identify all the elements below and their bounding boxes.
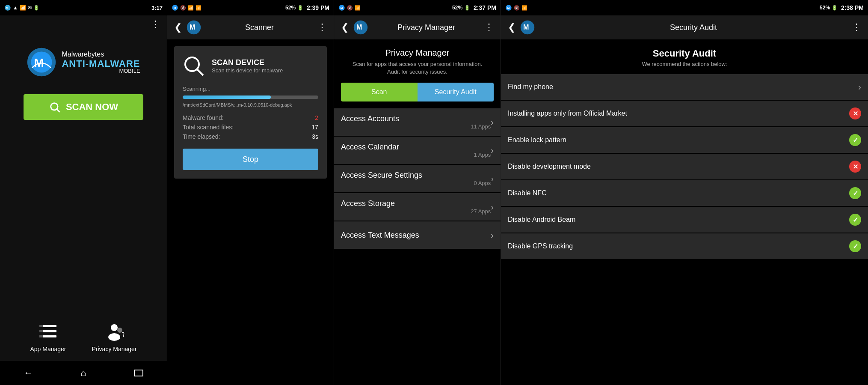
list-item-access-secure-settings[interactable]: Access Secure Settings 0 Apps › (334, 165, 501, 192)
app-bar-3: ❮ M Privacy Manager ⋮ (334, 15, 501, 39)
total-label: Total scanned files: (183, 124, 234, 131)
privacy-title: Privacy Manager (341, 48, 494, 58)
home-button-1[interactable]: ⌂ (80, 367, 86, 379)
time-display-3: 2:37 PM (474, 4, 496, 11)
scan-card-header: SCAN DEVICE Scan this device for malware (183, 55, 318, 77)
audit-item-android-beam[interactable]: Disable Android Beam ✓ (501, 207, 868, 233)
status-right-3: 52% 🔋 2:37 PM (452, 4, 496, 11)
battery-icon-2: 🔋 (297, 5, 303, 11)
panel-scanner: M 🔇 📶 📶 52% 🔋 2:39 PM ❮ M Scanner ⋮ (167, 0, 334, 385)
audit-subtitle: We recommend the actions below: (508, 61, 861, 67)
tab-scan[interactable]: Scan (341, 83, 418, 101)
access-secure-settings-label: Access Secure Settings (341, 171, 491, 180)
stop-button[interactable]: Stop (183, 149, 318, 170)
status-time-1: 3:17 (151, 5, 163, 11)
access-calendar-count: 1 Apps (341, 152, 491, 158)
menu-dots-2[interactable]: ⋮ (317, 22, 327, 33)
android-beam-status-icon: ✓ (849, 214, 861, 226)
wifi-icon-2: 📶 (188, 5, 194, 11)
menu-dots-1[interactable]: ⋮ (151, 19, 160, 30)
time-display-4: 2:38 PM (841, 4, 864, 11)
svg-text:M: M (341, 6, 343, 9)
app-bar-title-2: Scanner (245, 23, 274, 32)
audit-item-dev-mode[interactable]: Disable development mode ✕ (501, 154, 868, 179)
privacy-manager-label: Privacy Manager (92, 346, 137, 352)
status-bar-2: M 🔇 📶 📶 52% 🔋 2:39 PM (167, 0, 334, 15)
logo-name-top: Malwarebytes (62, 51, 140, 58)
app-bar-4: ❮ M Security Audit ⋮ (501, 15, 868, 39)
progress-bar-fill (183, 96, 271, 99)
scan-stats: Malware found: 2 Total scanned files: 17… (183, 114, 318, 140)
battery-pct-2: 52% (285, 5, 296, 11)
progress-bar-background (183, 96, 318, 99)
access-accounts-count: 11 Apps (341, 123, 491, 130)
muted-icon-3: 🔇 (347, 5, 353, 11)
audit-item-official-market[interactable]: Installing apps only from Official Marke… (501, 101, 868, 126)
scanning-label: Scanning... (183, 86, 318, 92)
search-icon (49, 101, 61, 113)
tab-security-audit[interactable]: Security Audit (418, 83, 494, 101)
back-button-1[interactable]: ← (24, 367, 33, 379)
menu-dots-4[interactable]: ⋮ (852, 22, 861, 33)
malwarebytes-status-icon-2: M (172, 4, 178, 11)
malwarebytes-status-icon-4: M (505, 4, 512, 11)
app-manager-shortcut[interactable]: App Manager (30, 321, 66, 352)
list-item-access-accounts[interactable]: Access Accounts 11 Apps › (334, 108, 501, 136)
scan-card-title: SCAN DEVICE (212, 58, 283, 67)
list-item-access-calendar[interactable]: Access Calendar 1 Apps › (334, 137, 501, 164)
access-text-messages-label: Access Text Messages (341, 231, 491, 240)
chevron-icon-accounts: › (491, 117, 494, 127)
muted-icon: 🔇 (180, 5, 186, 11)
list-item-access-storage[interactable]: Access Storage 27 Apps › (334, 193, 501, 221)
scan-file-path: /mnt/extSdCard/MBMS/v...m-0.10.9.0510-de… (183, 102, 318, 107)
app-bar-left-4: ❮ M (508, 20, 535, 35)
time-label: Time elapsed: (183, 133, 220, 140)
dev-mode-label: Disable development mode (508, 163, 591, 170)
audit-item-disable-nfc[interactable]: Disable NFC ✓ (501, 180, 868, 206)
malwarebytes-logo-icon: M (27, 47, 56, 77)
scan-card: SCAN DEVICE Scan this device for malware… (174, 46, 327, 179)
malwarebytes-status-icon-3: M (338, 4, 345, 11)
svg-text:M: M (356, 23, 362, 31)
time-value: 3s (312, 133, 318, 140)
time-display-2: 2:39 PM (307, 4, 329, 11)
battery-icon-3: 🔋 (464, 5, 470, 11)
signal-icon: ▲ (13, 5, 18, 11)
recent-button-1[interactable] (134, 370, 143, 376)
panel1-menubar: ⋮ (0, 15, 167, 30)
svg-rect-11 (39, 330, 43, 332)
scan-now-button[interactable]: SCAN NOW (24, 94, 143, 120)
svg-text:M: M (6, 6, 9, 9)
list-item-access-text-messages[interactable]: Access Text Messages › (334, 221, 501, 249)
app-bar-left-2: ❮ M (174, 20, 201, 35)
audit-item-gps-tracking[interactable]: Disable GPS tracking ✓ (501, 233, 868, 259)
svg-text:M: M (190, 23, 195, 31)
chevron-icon-text-messages: › (491, 230, 494, 240)
status-bar-3: M 🔇 📶 52% 🔋 2:37 PM (334, 0, 501, 15)
scan-card-text: SCAN DEVICE Scan this device for malware (212, 58, 283, 74)
official-market-label: Installing apps only from Official Marke… (508, 110, 627, 117)
logo-name-mobile: MOBILE (62, 68, 140, 74)
menu-dots-3[interactable]: ⋮ (484, 22, 494, 33)
back-arrow-3[interactable]: ❮ (341, 22, 349, 33)
audit-item-find-my-phone[interactable]: Find my phone › (501, 74, 868, 100)
svg-point-15 (117, 328, 122, 333)
back-arrow-2[interactable]: ❮ (174, 22, 182, 33)
access-accounts-inner: Access Accounts 11 Apps (341, 114, 491, 130)
app-bar-title-4: Security Audit (670, 23, 717, 32)
logo-text: Malwarebytes ANTI-MALWARE MOBILE (62, 51, 140, 74)
official-market-status-icon: ✕ (849, 107, 861, 119)
status-icons-left: M ▲ 📶 ✉ 🔋 (4, 4, 39, 11)
privacy-manager-icon (104, 321, 125, 342)
svg-text:M: M (523, 23, 529, 31)
back-arrow-4[interactable]: ❮ (508, 22, 515, 33)
privacy-manager-shortcut[interactable]: Privacy Manager (92, 321, 137, 352)
status-bar-4: M 🔇 📶 52% 🔋 2:38 PM (501, 0, 868, 15)
status-icons-left-3: M 🔇 📶 (338, 4, 361, 11)
time-display-1: 3:17 (151, 5, 163, 11)
audit-item-lock-pattern[interactable]: Enable lock pattern ✓ (501, 127, 868, 153)
privacy-subtitle-text: Scan for apps that access your personal … (353, 61, 483, 75)
privacy-content: Privacy Manager Scan for apps that acces… (334, 39, 501, 385)
chevron-icon-storage: › (491, 202, 494, 212)
wifi-icon-3: 📶 (355, 5, 361, 11)
